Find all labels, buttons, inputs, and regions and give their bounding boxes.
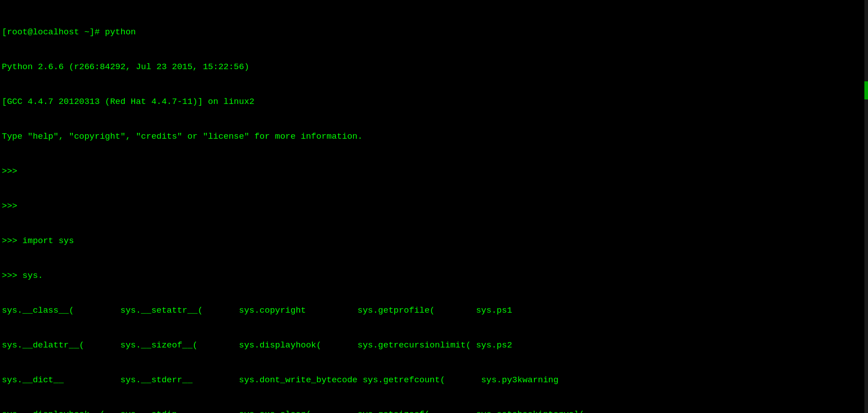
terminal-line: sys.__dict__ sys.__stderr__ sys.dont_wri… [2, 375, 866, 386]
scrollbar-thumb[interactable] [864, 81, 868, 99]
terminal-line: Python 2.6.6 (r266:84292, Jul 23 2015, 1… [2, 61, 866, 73]
scrollbar[interactable] [864, 0, 868, 413]
terminal-line: >>> [2, 166, 866, 178]
terminal-line: sys.__class__( sys.__setattr__( sys.copy… [2, 305, 866, 317]
terminal-line: [GCC 4.4.7 20120313 (Red Hat 4.4.7-11)] … [2, 96, 866, 108]
terminal-line: >>> import sys [2, 235, 866, 247]
terminal-line: Type "help", "copyright", "credits" or "… [2, 131, 866, 143]
terminal-window: [root@localhost ~]# python Python 2.6.6 … [0, 0, 868, 413]
terminal-line: [root@localhost ~]# python [2, 27, 866, 38]
terminal-line: sys.__delattr__( sys.__sizeof__( sys.dis… [2, 340, 866, 352]
terminal-line: sys.__displayhook__( sys.__stdin__ sys.e… [2, 409, 866, 413]
terminal-line: >>> sys. [2, 270, 866, 282]
terminal-line: >>> [2, 201, 866, 212]
